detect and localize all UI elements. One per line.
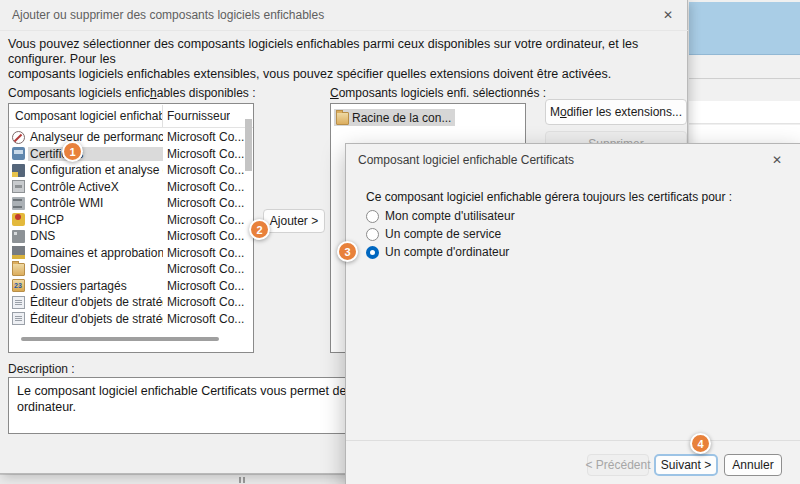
selected-snapin-row[interactable]: Racine de la con... [334,109,455,126]
step-badge-4: 4 [690,433,711,454]
snapin-row[interactable]: Contrôle WMI Microsoft Co... [9,195,245,212]
snapin-row[interactable]: Éditeur d'objets de stratégi... Microsof… [9,311,245,328]
certificates-snapin-dialog: Composant logiciel enfichable Certificat… [345,143,800,484]
snapin-row[interactable]: Dossier Microsoft Co... [9,261,245,278]
radio-label: Mon compte d'utilisateur [385,209,515,223]
snapin-name: Contrôle WMI [28,196,163,210]
background-row [689,101,800,124]
domains-icon [12,246,25,259]
shared-folders-icon [12,279,25,292]
snapin-row[interactable]: Configuration et analyse d... Microsoft … [9,162,245,179]
intro-text: Vous pouvez sélectionner des composants … [8,37,680,82]
account-options: Mon compte d'utilisateur Un compte de se… [366,207,515,261]
snapin-row[interactable]: Contrôle ActiveX Microsoft Co... [9,179,245,196]
selected-snapins-label: Composants logiciels enfi. sélectionnés … [330,86,546,100]
snapin-name: Analyseur de performances [28,130,163,144]
snapin-row[interactable]: Domaines et approbations... Microsoft Co… [9,245,245,262]
background-selection-block [689,2,800,55]
wmi-icon [12,197,25,210]
performance-monitor-icon [12,131,25,144]
folder-icon [336,112,349,125]
snapin-provider: Microsoft Co... [163,213,244,227]
column-header-snapin[interactable]: Composant logiciel enfichable [9,109,162,123]
dhcp-icon [12,213,25,226]
activex-icon [12,180,25,193]
snapin-row[interactable]: DHCP Microsoft Co... [9,212,245,229]
snapin-row[interactable]: DNS Microsoft Co... [9,228,245,245]
horizontal-scrollbar-thumb[interactable] [21,337,219,341]
snapin-provider: Microsoft Co... [163,147,244,161]
next-button[interactable]: Suivant > [654,454,718,476]
radio-label: Un compte d'ordinateur [385,245,509,259]
step-badge-1: 1 [62,141,83,162]
snapin-provider: Microsoft Co... [163,246,244,260]
intro-line: composants logiciels enfichables extensi… [8,67,680,82]
available-snapins-list[interactable]: Composant logiciel enfichable Fournisseu… [8,103,254,353]
radio-option[interactable]: Un compte de service [366,225,515,243]
snapin-name: Éditeur d'objets de stratégi... [28,295,163,309]
available-snapins-label: Composants logiciels enfichables disponi… [8,86,256,100]
step-badge-3: 3 [337,241,358,262]
dns-icon [12,230,25,243]
dialog-title: Ajouter ou supprimer des composants logi… [12,8,324,22]
snapin-name: Configuration et analyse d... [28,163,163,177]
intro-line: Vous pouvez sélectionner des composants … [8,37,680,67]
description-label: Description : [8,362,75,376]
background-band [689,80,800,101]
snapin-name: DHCP [28,213,163,227]
snapin-provider: Microsoft Co... [163,196,244,210]
background-row [689,125,800,145]
snapin-provider: Microsoft Co... [163,130,244,144]
cancel-button[interactable]: Annuler [724,454,782,476]
list-header: Composant logiciel enfichable Fournisseu… [9,104,253,128]
snapin-name: DNS [28,229,163,243]
snapin-provider: Microsoft Co... [163,312,244,326]
snapin-provider: Microsoft Co... [163,279,244,293]
titlebar-divider [0,30,688,31]
snapin-name: Dossiers partagés [28,279,163,293]
snapin-provider: Microsoft Co... [163,262,244,276]
snapin-name: Domaines et approbations... [28,246,163,260]
radio-icon[interactable] [366,210,379,223]
screen: Ajouter ou supprimer des composants logi… [0,0,800,484]
selected-snapin-name: Racine de la con... [352,111,451,125]
radio-icon[interactable] [366,228,379,241]
radio-icon[interactable] [366,246,379,259]
gpo-editor-icon [12,312,25,325]
snapin-provider: Microsoft Co... [163,180,244,194]
snapin-name: Dossier [28,262,163,276]
gpo-editor-icon [12,296,25,309]
add-button[interactable]: Ajouter > [263,209,325,233]
folder-icon [12,263,25,276]
radio-option[interactable]: Mon compte d'utilisateur [366,207,515,225]
column-header-provider[interactable]: Fournisseur [163,109,230,123]
close-icon[interactable]: ✕ [653,4,683,26]
vertical-scrollbar-thumb[interactable] [245,119,252,171]
radio-option[interactable]: Un compte d'ordinateur [366,243,515,261]
step-badge-2: 2 [249,219,270,240]
snapin-name: Éditeur d'objets de stratégi... [28,312,163,326]
radio-label: Un compte de service [385,227,501,241]
close-icon[interactable]: ✕ [762,149,792,171]
certificate-icon [12,147,25,160]
snapin-row[interactable]: Éditeur d'objets de stratégi... Microsof… [9,294,245,311]
background-band [689,56,800,79]
snapin-provider: Microsoft Co... [163,163,244,177]
snapin-name: Contrôle ActiveX [28,180,163,194]
snapin-row[interactable]: Dossiers partagés Microsoft Co... [9,278,245,295]
previous-button: < Précédent [587,454,649,476]
dialog-title: Composant logiciel enfichable Certificat… [358,153,574,167]
resize-grip [239,477,246,483]
snapin-row[interactable]: Analyseur de performances Microsoft Co..… [9,129,245,146]
prompt-text: Ce composant logiciel enfichable gérera … [366,190,732,204]
snapin-provider: Microsoft Co... [163,295,244,309]
security-analysis-icon [12,164,25,177]
snapin-name: Certificats [28,147,163,161]
snapin-row[interactable]: Certificats Microsoft Co... [9,146,245,163]
snapin-provider: Microsoft Co... [163,229,244,243]
snapin-rows: Analyseur de performances Microsoft Co..… [9,129,245,327]
edit-extensions-button[interactable]: Modifier les extensions... [545,99,687,125]
footer-divider [346,440,800,441]
